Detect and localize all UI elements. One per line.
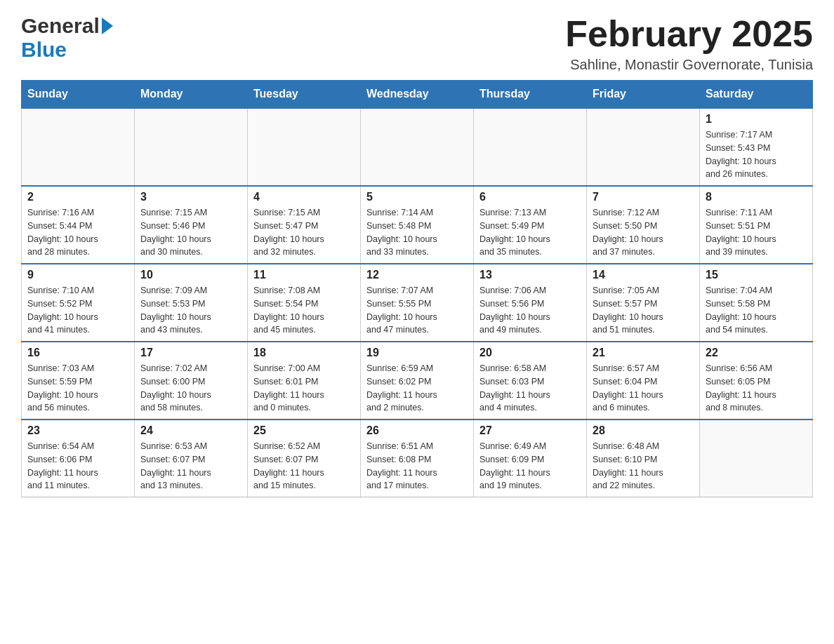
day-info: Sunrise: 7:09 AM Sunset: 5:53 PM Dayligh… — [140, 284, 241, 337]
calendar-cell: 8Sunrise: 7:11 AM Sunset: 5:51 PM Daylig… — [700, 186, 813, 264]
day-info: Sunrise: 7:00 AM Sunset: 6:01 PM Dayligh… — [253, 362, 355, 415]
day-info: Sunrise: 7:03 AM Sunset: 5:59 PM Dayligh… — [27, 362, 128, 415]
day-number: 6 — [479, 191, 581, 203]
calendar-cell: 4Sunrise: 7:15 AM Sunset: 5:47 PM Daylig… — [248, 186, 361, 264]
day-number: 11 — [253, 269, 355, 281]
calendar-week-row: 9Sunrise: 7:10 AM Sunset: 5:52 PM Daylig… — [22, 264, 813, 342]
calendar-cell: 6Sunrise: 7:13 AM Sunset: 5:49 PM Daylig… — [474, 186, 587, 264]
calendar-cell: 10Sunrise: 7:09 AM Sunset: 5:53 PM Dayli… — [135, 264, 248, 342]
day-info: Sunrise: 6:59 AM Sunset: 6:02 PM Dayligh… — [366, 362, 468, 415]
calendar-header-monday: Monday — [135, 81, 248, 109]
day-number: 2 — [27, 191, 128, 203]
day-number: 24 — [140, 424, 241, 437]
calendar-header-row: SundayMondayTuesdayWednesdayThursdayFrid… — [22, 81, 813, 109]
day-number: 3 — [140, 191, 241, 203]
day-number: 20 — [479, 347, 581, 359]
day-info: Sunrise: 7:17 AM Sunset: 5:43 PM Dayligh… — [706, 128, 807, 181]
calendar-cell: 9Sunrise: 7:10 AM Sunset: 5:52 PM Daylig… — [22, 264, 135, 342]
calendar-cell — [22, 108, 135, 186]
day-number: 13 — [479, 269, 581, 281]
calendar-cell: 14Sunrise: 7:05 AM Sunset: 5:57 PM Dayli… — [587, 264, 700, 342]
day-info: Sunrise: 6:51 AM Sunset: 6:08 PM Dayligh… — [366, 440, 468, 492]
day-number: 21 — [593, 347, 694, 359]
day-number: 15 — [706, 269, 807, 281]
calendar-cell: 7Sunrise: 7:12 AM Sunset: 5:50 PM Daylig… — [587, 186, 700, 264]
day-info: Sunrise: 7:07 AM Sunset: 5:55 PM Dayligh… — [366, 284, 468, 337]
logo: General Blue — [21, 14, 113, 62]
calendar-cell: 15Sunrise: 7:04 AM Sunset: 5:58 PM Dayli… — [700, 264, 813, 342]
day-info: Sunrise: 7:14 AM Sunset: 5:48 PM Dayligh… — [366, 206, 468, 259]
day-number: 18 — [253, 347, 355, 359]
calendar-week-row: 23Sunrise: 6:54 AM Sunset: 6:06 PM Dayli… — [22, 420, 813, 497]
day-number: 25 — [253, 424, 355, 437]
day-info: Sunrise: 7:13 AM Sunset: 5:49 PM Dayligh… — [479, 206, 581, 259]
day-info: Sunrise: 6:57 AM Sunset: 6:04 PM Dayligh… — [593, 362, 694, 415]
calendar-header-sunday: Sunday — [22, 81, 135, 109]
calendar-table: SundayMondayTuesdayWednesdayThursdayFrid… — [21, 80, 813, 497]
calendar-cell: 16Sunrise: 7:03 AM Sunset: 5:59 PM Dayli… — [22, 342, 135, 420]
day-info: Sunrise: 6:49 AM Sunset: 6:09 PM Dayligh… — [479, 440, 581, 492]
calendar-cell — [135, 108, 248, 186]
calendar-cell: 3Sunrise: 7:15 AM Sunset: 5:46 PM Daylig… — [135, 186, 248, 264]
calendar-cell: 13Sunrise: 7:06 AM Sunset: 5:56 PM Dayli… — [474, 264, 587, 342]
calendar-cell: 27Sunrise: 6:49 AM Sunset: 6:09 PM Dayli… — [474, 420, 587, 497]
logo-triangle-icon — [102, 18, 113, 34]
calendar-cell: 21Sunrise: 6:57 AM Sunset: 6:04 PM Dayli… — [587, 342, 700, 420]
day-info: Sunrise: 7:12 AM Sunset: 5:50 PM Dayligh… — [593, 206, 694, 259]
calendar-cell: 12Sunrise: 7:07 AM Sunset: 5:55 PM Dayli… — [361, 264, 474, 342]
day-number: 17 — [140, 347, 241, 359]
day-info: Sunrise: 6:52 AM Sunset: 6:07 PM Dayligh… — [253, 440, 355, 492]
day-info: Sunrise: 7:15 AM Sunset: 5:47 PM Dayligh… — [253, 206, 355, 259]
calendar-cell: 24Sunrise: 6:53 AM Sunset: 6:07 PM Dayli… — [135, 420, 248, 497]
calendar-cell: 23Sunrise: 6:54 AM Sunset: 6:06 PM Dayli… — [22, 420, 135, 497]
calendar-cell: 22Sunrise: 6:56 AM Sunset: 6:05 PM Dayli… — [700, 342, 813, 420]
day-number: 12 — [366, 269, 468, 281]
logo-blue-text: Blue — [21, 38, 67, 62]
logo-general-text: General — [21, 14, 100, 38]
calendar-cell: 5Sunrise: 7:14 AM Sunset: 5:48 PM Daylig… — [361, 186, 474, 264]
day-number: 23 — [27, 424, 128, 437]
day-info: Sunrise: 7:05 AM Sunset: 5:57 PM Dayligh… — [593, 284, 694, 337]
day-number: 4 — [253, 191, 355, 203]
day-number: 28 — [593, 424, 694, 437]
day-info: Sunrise: 7:16 AM Sunset: 5:44 PM Dayligh… — [27, 206, 128, 259]
day-info: Sunrise: 7:02 AM Sunset: 6:00 PM Dayligh… — [140, 362, 241, 415]
calendar-week-row: 16Sunrise: 7:03 AM Sunset: 5:59 PM Dayli… — [22, 342, 813, 420]
day-number: 22 — [706, 347, 807, 359]
calendar-week-row: 2Sunrise: 7:16 AM Sunset: 5:44 PM Daylig… — [22, 186, 813, 264]
day-info: Sunrise: 6:58 AM Sunset: 6:03 PM Dayligh… — [479, 362, 581, 415]
day-number: 5 — [366, 191, 468, 203]
calendar-cell — [361, 108, 474, 186]
day-number: 26 — [366, 424, 468, 437]
day-info: Sunrise: 7:06 AM Sunset: 5:56 PM Dayligh… — [479, 284, 581, 337]
day-number: 8 — [706, 191, 807, 203]
calendar-header-friday: Friday — [587, 81, 700, 109]
calendar-cell: 11Sunrise: 7:08 AM Sunset: 5:54 PM Dayli… — [248, 264, 361, 342]
day-info: Sunrise: 6:48 AM Sunset: 6:10 PM Dayligh… — [593, 440, 694, 492]
calendar-cell: 26Sunrise: 6:51 AM Sunset: 6:08 PM Dayli… — [361, 420, 474, 497]
calendar-cell: 19Sunrise: 6:59 AM Sunset: 6:02 PM Dayli… — [361, 342, 474, 420]
day-info: Sunrise: 7:10 AM Sunset: 5:52 PM Dayligh… — [27, 284, 128, 337]
day-number: 16 — [27, 347, 128, 359]
day-number: 19 — [366, 347, 468, 359]
calendar-cell — [700, 420, 813, 497]
calendar-header-wednesday: Wednesday — [361, 81, 474, 109]
day-info: Sunrise: 6:54 AM Sunset: 6:06 PM Dayligh… — [27, 440, 128, 492]
calendar-cell — [587, 108, 700, 186]
day-info: Sunrise: 7:08 AM Sunset: 5:54 PM Dayligh… — [253, 284, 355, 337]
calendar-cell: 17Sunrise: 7:02 AM Sunset: 6:00 PM Dayli… — [135, 342, 248, 420]
title-block: February 2025 Sahline, Monastir Governor… — [565, 14, 813, 73]
calendar-cell: 1Sunrise: 7:17 AM Sunset: 5:43 PM Daylig… — [700, 108, 813, 186]
day-number: 10 — [140, 269, 241, 281]
calendar-cell — [474, 108, 587, 186]
calendar-header-saturday: Saturday — [700, 81, 813, 109]
day-number: 27 — [479, 424, 581, 437]
day-number: 1 — [706, 113, 807, 126]
day-info: Sunrise: 7:04 AM Sunset: 5:58 PM Dayligh… — [706, 284, 807, 337]
day-number: 9 — [27, 269, 128, 281]
location-subtitle: Sahline, Monastir Governorate, Tunisia — [565, 57, 813, 73]
calendar-week-row: 1Sunrise: 7:17 AM Sunset: 5:43 PM Daylig… — [22, 108, 813, 186]
main-title: February 2025 — [565, 14, 813, 54]
day-number: 7 — [593, 191, 694, 203]
day-number: 14 — [593, 269, 694, 281]
